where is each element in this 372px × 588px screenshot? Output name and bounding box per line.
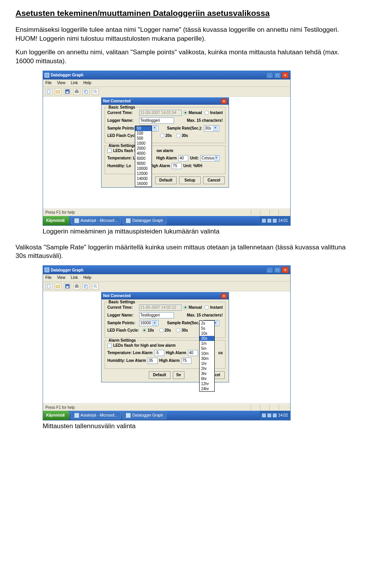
start-button[interactable]: Käynnistä [43,216,69,225]
svg-rect-11 [66,286,69,288]
dropdown-option[interactable]: 14000 [135,176,152,182]
setup-button[interactable]: Setup [179,176,201,184]
dropdown-option[interactable]: 30s [200,336,214,341]
dropdown-option[interactable]: 12hr [200,381,214,386]
maximize-button[interactable]: □ [274,72,281,78]
radio-30s[interactable] [176,133,181,138]
radio-10s[interactable] [142,328,146,332]
dialog-close-icon[interactable]: × [221,293,227,299]
dropdown-option[interactable]: 6000 [135,156,152,161]
menu-view[interactable]: View [57,80,65,86]
toolbar-zoom-icon[interactable] [92,88,99,95]
dropdown-option[interactable]: 5s [200,326,214,331]
temp-low-input[interactable]: -5 [154,350,164,356]
taskbar-item[interactable]: Asiakirjat - Microsof... [71,412,121,419]
tray-icon[interactable] [262,413,266,417]
dropdown-option[interactable]: 6hr [200,376,214,381]
toolbar-new-icon[interactable] [45,283,52,290]
logger-name-input[interactable]: Testiloggeri [139,118,174,124]
temp-high-input[interactable]: 40 [188,350,198,356]
basic-legend: Basic Settings [107,299,136,305]
maximize-button[interactable]: □ [274,267,281,273]
toolbar-print-icon[interactable] [73,283,80,290]
dropdown-option[interactable]: 4000 [135,151,152,156]
menu-link[interactable]: Link [71,80,78,86]
dropdown-option[interactable]: 10s [200,331,214,336]
leds-flash-checkbox[interactable] [107,344,112,348]
toolbar-save-icon[interactable] [64,88,71,95]
tray-icon[interactable] [267,219,271,223]
radio-instant[interactable] [205,111,209,115]
dropdown-option[interactable]: 100 [135,131,152,136]
dropdown-option[interactable]: 12000 [135,171,152,176]
dropdown-option[interactable]: 50 [135,126,152,131]
menu-view[interactable]: View [57,275,65,280]
toolbar-open-icon[interactable] [55,283,62,290]
hum-high-input[interactable]: 75 [181,358,191,364]
minimize-button[interactable]: _ [266,72,273,78]
dropdown-option[interactable]: 24hr [200,386,214,391]
toolbar-new-icon[interactable] [45,88,52,95]
taskbar-item[interactable]: Datalogger Graph [122,412,167,419]
dropdown-option[interactable]: 3hr [200,371,214,376]
toolbar-save-icon[interactable] [64,283,71,290]
sample-rate-dropdown[interactable]: 2s 5s 10s 30s 1m 5m 10m 30m 1hr 2hr 3hr … [199,320,215,392]
dropdown-option[interactable]: 5m [200,346,214,351]
dropdown-option[interactable]: 1hr [200,361,214,366]
radio-instant[interactable] [205,305,209,310]
taskbar-item[interactable]: Asiakirjat - Microsof... [71,217,121,225]
start-button[interactable]: Käynnistä [43,411,69,420]
temp-high-input[interactable]: 40 [178,155,188,161]
toolbar-copy-icon[interactable] [83,88,90,95]
toolbar-open-icon[interactable] [55,88,62,95]
svg-line-17 [96,287,97,288]
taskbar-item[interactable]: Datalogger Graph [122,217,167,225]
radio-20s[interactable] [159,328,164,332]
dropdown-option[interactable]: 2000 [135,146,152,151]
sample-points-select[interactable]: 16000 ▼ [139,320,158,326]
dropdown-option[interactable]: 1m [200,341,214,346]
dropdown-option[interactable]: 10000 [135,166,152,171]
radio-manual[interactable] [183,111,188,115]
leds-flash-checkbox[interactable] [107,149,112,153]
menu-file[interactable]: File [45,275,52,280]
dropdown-option[interactable]: 500 [135,136,152,141]
canvas-area: Not Connected × Basic Settings Current T… [43,97,290,209]
dropdown-option[interactable]: 8000 [135,161,152,166]
dropdown-option[interactable]: 16000 [135,182,152,187]
dropdown-option[interactable]: 1000 [135,141,152,146]
dialog-close-icon[interactable]: × [221,99,227,104]
toolbar-zoom-icon[interactable] [92,283,99,290]
minimize-button[interactable]: _ [266,267,273,273]
toolbar-copy-icon[interactable] [83,283,90,290]
default-button[interactable]: Default [155,176,177,184]
high-alarm-label: High Alarm [156,156,177,161]
dropdown-option[interactable]: 10m [200,351,214,356]
temp-unit-select[interactable]: Celsius ▼ [200,155,220,161]
radio-20s[interactable] [160,133,164,138]
hum-low-input[interactable]: 35 [148,358,158,364]
toolbar-print-icon[interactable] [73,88,80,95]
tray-icon[interactable] [267,413,271,417]
hum-high-input[interactable]: 75 [172,163,182,169]
sample-points-dropdown[interactable]: 50 100 500 1000 2000 4000 6000 8000 1000… [135,126,152,187]
menu-help[interactable]: Help [83,275,91,280]
setup-button-fragment[interactable]: Se [173,371,184,379]
radio-manual[interactable] [183,305,188,310]
tray-icon[interactable] [273,219,277,223]
radio-30s[interactable] [176,328,180,332]
tray-icon[interactable] [262,219,266,223]
sample-rate-select[interactable]: 30s ▼ [204,125,219,131]
tray-icon[interactable] [273,413,277,417]
menu-help[interactable]: Help [83,80,91,86]
cancel-button[interactable]: Cancel [203,176,225,184]
default-button[interactable]: Default [149,371,170,379]
close-button[interactable]: × [282,267,289,273]
dropdown-option[interactable]: 30m [200,356,214,361]
logger-name-input[interactable]: Testiloggeri [139,312,174,318]
menu-file[interactable]: File [45,80,52,86]
dropdown-option[interactable]: 2s [200,321,214,326]
close-button[interactable]: × [282,72,289,78]
dropdown-option[interactable]: 2hr [200,366,214,371]
menu-link[interactable]: Link [71,275,78,280]
